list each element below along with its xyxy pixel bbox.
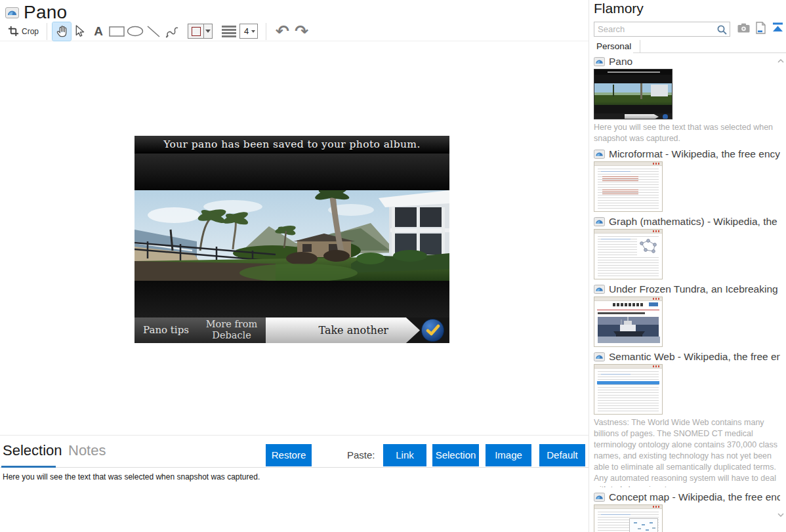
cursor-icon xyxy=(75,25,85,37)
divider xyxy=(633,52,786,53)
pen-squiggle-icon xyxy=(165,24,179,38)
pano-tips-button: Pano tips xyxy=(134,317,197,343)
snapshot-editor: Pano Crop A xyxy=(0,0,589,532)
item-title: Under Frozen Tundra, an Icebreaking Ship… xyxy=(609,283,780,295)
rectangle-tool-button[interactable] xyxy=(108,22,126,41)
line-icon xyxy=(146,25,161,38)
snapshot-header: Pano xyxy=(5,3,67,22)
tab-notes[interactable]: Notes xyxy=(68,442,106,459)
item-thumbnail[interactable] xyxy=(594,297,663,347)
flamory-sidebar: Flamory Personal xyxy=(589,0,786,532)
item-title: Microformat - Wikipedia, the free encycl… xyxy=(609,148,780,160)
pano-message: Your pano has been saved to your photo a… xyxy=(134,136,449,153)
pano-more-button: More from Debacle xyxy=(197,319,266,341)
paste-label: Paste: xyxy=(347,444,375,466)
color-dropdown[interactable] xyxy=(203,24,212,38)
red-swatch xyxy=(192,27,201,36)
item-title: Graph (mathematics) - Wikipedia, the fre… xyxy=(609,216,780,228)
snapshot-list: Pano Here you will see the text that was… xyxy=(594,56,780,532)
pano-photo xyxy=(134,190,449,281)
ellipse-tool-button[interactable] xyxy=(126,22,144,41)
line-tool-button[interactable] xyxy=(144,22,163,41)
scrollbar-up-arrow[interactable] xyxy=(777,59,784,63)
snapshot-icon xyxy=(594,150,605,159)
chevron-down-icon xyxy=(251,30,255,33)
crop-button[interactable]: Crop xyxy=(5,22,41,41)
pano-take-another-button: Take another xyxy=(266,317,420,343)
divider xyxy=(0,467,589,468)
snapshot-icon xyxy=(5,7,19,18)
item-title: Pano xyxy=(609,56,632,68)
hand-tool-button[interactable] xyxy=(52,22,71,41)
new-note-icon[interactable] xyxy=(756,22,766,34)
select-tool-button[interactable] xyxy=(71,22,89,41)
current-color xyxy=(188,24,203,38)
item-caption: Here you will see the text that was sele… xyxy=(594,122,780,144)
snapshot-icon xyxy=(594,57,605,66)
restore-button[interactable]: Restore xyxy=(266,444,312,466)
snapshot-canvas[interactable]: Your pano has been saved to your photo a… xyxy=(0,42,589,435)
text-tool-icon: A xyxy=(94,24,103,39)
flamory-window: Pano Crop A xyxy=(0,0,786,532)
chevron-down-icon xyxy=(205,30,211,33)
pano-check-icon xyxy=(421,319,444,342)
snapshot-icon xyxy=(594,285,605,294)
pano-dark-area xyxy=(134,153,449,190)
redo-button[interactable]: ↷ xyxy=(293,23,312,40)
rectangle-icon xyxy=(109,26,125,37)
snapshot-icon xyxy=(594,352,605,361)
line-width-icon xyxy=(222,26,236,37)
list-item-microformat[interactable]: Microformat - Wikipedia, the free encycl… xyxy=(594,148,780,212)
pano-button-bar: Pano tips More from Debacle Take another xyxy=(134,317,449,343)
graph-diagram xyxy=(637,237,659,256)
toolbar: Crop A xyxy=(0,22,589,41)
list-item-graph[interactable]: Graph (mathematics) - Wikipedia, the fre… xyxy=(594,216,780,279)
item-title: Concept map - Wikipedia, the free encycl… xyxy=(609,491,780,503)
hand-icon xyxy=(55,24,68,38)
paste-link-button[interactable]: Link xyxy=(383,444,426,466)
color-picker[interactable] xyxy=(188,24,213,39)
list-item-pano[interactable]: Pano Here you will see the text that was… xyxy=(594,56,780,144)
tab-personal[interactable]: Personal xyxy=(594,40,640,53)
page-title: Pano xyxy=(24,2,67,23)
freehand-tool-button[interactable] xyxy=(163,22,181,41)
item-thumbnail[interactable] xyxy=(594,69,672,119)
paste-image-button[interactable]: Image xyxy=(486,444,531,466)
ellipse-icon xyxy=(127,26,144,37)
sidebar-title: Flamory xyxy=(594,1,644,16)
search-input[interactable] xyxy=(594,22,710,36)
scrollbar-down-arrow[interactable] xyxy=(777,513,784,517)
line-width-select[interactable]: 4 xyxy=(239,24,258,39)
list-item-tundra[interactable]: Under Frozen Tundra, an Icebreaking Ship… xyxy=(594,283,780,347)
pano-dark-area xyxy=(134,281,449,317)
selection-text: Here you will see the text that was sele… xyxy=(3,472,260,481)
paste-selection-button[interactable]: Selection xyxy=(432,444,479,466)
item-title: Semantic Web - Wikipedia, the free encyc… xyxy=(609,351,780,363)
search-box xyxy=(594,22,730,37)
text-tool-button[interactable]: A xyxy=(89,22,108,41)
camera-icon[interactable] xyxy=(737,23,750,33)
separator xyxy=(47,23,47,40)
list-item-concept-map[interactable]: Concept map - Wikipedia, the free encycl… xyxy=(594,491,780,532)
item-thumbnail[interactable] xyxy=(594,229,663,279)
item-caption: Vastness: The World Wide Web contains ma… xyxy=(594,417,780,487)
snapshot-icon xyxy=(594,493,605,502)
item-thumbnail[interactable] xyxy=(594,504,663,532)
pano-screenshot-image: Your pano has been saved to your photo a… xyxy=(134,136,449,343)
item-thumbnail[interactable] xyxy=(594,364,663,415)
list-item-semantic-web[interactable]: Semantic Web - Wikipedia, the free encyc… xyxy=(594,351,780,487)
tab-selection[interactable]: Selection xyxy=(3,442,62,459)
paste-default-button[interactable]: Default xyxy=(539,444,585,466)
item-thumbnail[interactable] xyxy=(594,161,663,212)
separator xyxy=(266,23,266,40)
scroll-top-icon[interactable] xyxy=(772,22,783,32)
undo-button[interactable]: ↶ xyxy=(272,23,293,40)
active-tab-underline xyxy=(1,466,56,468)
ship-photo xyxy=(598,317,660,343)
search-icon[interactable] xyxy=(716,24,728,35)
bottom-panel: Selection Notes Restore Paste: Link Sele… xyxy=(0,435,589,532)
snapshot-icon xyxy=(594,217,605,226)
crop-icon xyxy=(8,26,19,37)
